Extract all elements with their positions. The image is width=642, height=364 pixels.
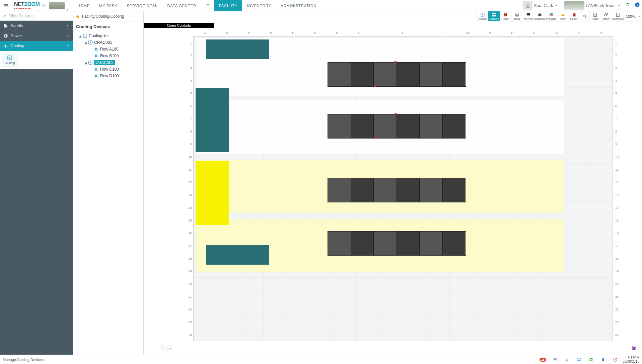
menu-it[interactable]: IT [201, 0, 214, 11]
open-controls-button[interactable]: Open Controls [144, 23, 214, 28]
rail-cooling-sub: Cooling [0, 51, 73, 69]
rack-row-1[interactable] [328, 62, 466, 87]
fan-icon [3, 43, 8, 48]
menu-facility[interactable]: FACILITY [214, 0, 242, 11]
save-icon[interactable] [631, 345, 637, 351]
menu-my-task[interactable]: MY TASK [94, 0, 122, 11]
svg-rect-32 [494, 13, 496, 14]
svg-rect-49 [617, 13, 619, 16]
menu-service-desk[interactable]: SERVICE DESK [122, 0, 162, 11]
main-menu: HOME MY TASK SERVICE DESK DATA CENTER IT… [73, 0, 321, 11]
svg-point-4 [5, 45, 6, 47]
floor-plan[interactable]: ABCDEFGHIJKLMNOPQRS 12345678910111213141… [184, 31, 622, 341]
tb-trace[interactable]: Trace [511, 11, 523, 21]
rack-row-4[interactable] [328, 231, 466, 256]
svg-point-20 [90, 62, 91, 63]
notifications-badge[interactable]: 13 [538, 355, 548, 364]
svg-rect-28 [96, 76, 97, 78]
mail-icon[interactable] [550, 355, 560, 364]
canvas-area: Assign Location Health Trace Monitor Bus… [144, 11, 642, 355]
tb-location[interactable]: Location [488, 11, 500, 21]
crac-left-1[interactable] [196, 88, 229, 152]
svg-rect-39 [538, 14, 541, 16]
chevron-down-icon [65, 43, 70, 48]
fan-icon [83, 33, 87, 38]
tb-dash[interactable]: Dash [557, 11, 569, 21]
zoom-in-button[interactable]: + [160, 345, 166, 351]
tb-business[interactable]: Business [534, 11, 546, 21]
tree-root[interactable]: ◢ CoolingUnit [73, 32, 143, 39]
svg-rect-45 [573, 13, 575, 16]
hotspot-icon [395, 61, 397, 63]
fan-icon [88, 40, 93, 45]
filter-features[interactable]: Filter Features [0, 11, 73, 21]
zoom-out-button[interactable]: − [167, 345, 173, 351]
tree-title: Cooling Devices [73, 21, 143, 32]
tb-notes[interactable]: Notes [589, 11, 601, 21]
rail-cooling[interactable]: Cooling [0, 41, 73, 51]
tb-assign[interactable]: Assign [477, 11, 488, 21]
svg-rect-41 [550, 13, 553, 14]
chevron-down-icon [554, 4, 558, 8]
rack-row-2[interactable] [328, 114, 466, 139]
caret-icon: ◢ [84, 61, 87, 65]
rail-power[interactable]: Power [0, 31, 73, 41]
tb-search[interactable] [580, 11, 589, 21]
zoom-dropdown[interactable] [637, 11, 642, 21]
server-icon[interactable] [562, 355, 572, 364]
menu-home[interactable]: HOME [73, 0, 94, 11]
rail-facility[interactable]: Facility [0, 21, 73, 31]
rack-row-3[interactable] [328, 178, 466, 202]
svg-point-44 [563, 15, 563, 16]
star-icon[interactable] [75, 14, 80, 19]
tb-attach[interactable]: Attach [601, 11, 612, 21]
footer: Manage Cooling Devices 13 5:17PM 05/30/2… [0, 355, 642, 364]
menu-inventory[interactable]: INVENTORY [242, 0, 276, 11]
mouse-icon[interactable] [598, 355, 608, 364]
user-menu[interactable]: Sara Clark [521, 0, 560, 11]
tree-row-b100[interactable]: Row B100 [73, 53, 143, 59]
sync-icon[interactable] [586, 355, 596, 364]
chevron-down-icon [617, 4, 621, 8]
location-name: LANShark Tower [586, 3, 616, 8]
tree-row-c100[interactable]: Row C100 [73, 66, 143, 73]
svg-point-0 [527, 4, 529, 6]
col-labels: ABCDEFGHIJKLMNOPQRS [194, 31, 612, 35]
svg-rect-15 [95, 55, 96, 56]
svg-rect-25 [95, 75, 96, 76]
svg-rect-37 [527, 13, 530, 15]
left-rail: Filter Features Facility Power Cooling C… [0, 11, 73, 355]
svg-rect-22 [96, 68, 97, 69]
tb-report[interactable]: Report [569, 11, 580, 21]
tree-crac002[interactable]: ◢ CRAC002 [73, 59, 143, 66]
caret-icon: ◢ [79, 34, 81, 38]
hotspot-icon [395, 113, 397, 115]
tb-contracts[interactable]: Contracts [612, 11, 624, 21]
tree-crac001[interactable]: ◢ CRAC001 [73, 39, 143, 46]
crac-top-small[interactable] [206, 39, 269, 59]
expand-icon[interactable] [66, 7, 69, 10]
tree-row-a100[interactable]: Row A100 [73, 46, 143, 53]
tb-health[interactable]: Health [500, 11, 511, 21]
cooling-card[interactable]: Cooling [2, 53, 17, 67]
svg-rect-12 [96, 48, 97, 49]
location-menu[interactable]: LANShark Tower [560, 0, 623, 11]
menu-data-center[interactable]: DATA CENTER [163, 0, 201, 11]
body: Filter Features Facility Power Cooling C… [0, 11, 642, 355]
svg-rect-16 [96, 55, 97, 56]
tb-property[interactable]: Property [546, 11, 557, 21]
help-icon[interactable]: ? [633, 0, 642, 9]
crac-bottom-small[interactable] [206, 245, 269, 265]
crac-left-yellow[interactable] [196, 161, 229, 225]
power-icon[interactable] [611, 355, 620, 364]
menu-administration[interactable]: ADMINISTRATION [276, 0, 321, 11]
hamburger-icon[interactable] [0, 0, 11, 11]
topbar: NETZOOM ENTERPRISE for HOME MY TASK SERV… [0, 0, 642, 11]
tb-monitor[interactable]: Monitor [523, 11, 534, 21]
refresh-icon[interactable] [623, 0, 633, 9]
svg-point-35 [515, 13, 519, 16]
svg-rect-42 [550, 14, 553, 15]
grid[interactable] [193, 36, 613, 341]
tree-row-d100[interactable]: Row D100 [73, 73, 143, 79]
monitor-icon[interactable] [574, 355, 584, 364]
